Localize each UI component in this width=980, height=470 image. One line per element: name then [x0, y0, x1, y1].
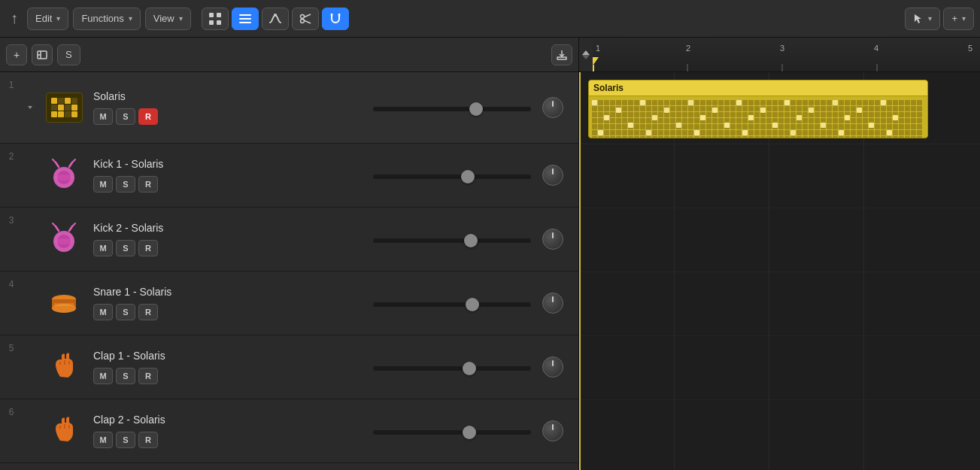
mute-button[interactable]: M [93, 304, 113, 320]
track-icon [38, 83, 90, 132]
track-controls: M S R [93, 240, 363, 256]
volume-slider[interactable] [373, 238, 531, 243]
svg-rect-64 [700, 115, 705, 120]
volume-slider[interactable] [373, 174, 531, 179]
solaris-pattern-block[interactable]: Solaris // We'll generate the pattern wi… [588, 80, 928, 138]
mute-button[interactable]: M [93, 432, 113, 448]
curve-button[interactable] [262, 8, 289, 30]
svg-rect-77 [694, 130, 699, 135]
record-button[interactable]: R [138, 368, 158, 384]
snap-button[interactable] [322, 8, 349, 30]
track-name: Solaris [93, 90, 363, 102]
pan-knob[interactable] [542, 293, 563, 314]
svg-rect-54 [833, 100, 838, 105]
track-expand-button[interactable] [23, 104, 38, 111]
svg-line-31 [72, 223, 75, 226]
track-secondary-toolbar: + S [0, 38, 578, 72]
track-row[interactable]: 5 Clap 1 - Solaris M S [0, 335, 578, 399]
mute-button[interactable]: M [93, 240, 113, 256]
svg-rect-5 [239, 18, 251, 20]
pan-knob[interactable] [542, 420, 563, 441]
svg-line-24 [72, 159, 75, 162]
svg-rect-2 [209, 20, 214, 25]
track-number: 2 [0, 144, 23, 162]
download-button[interactable] [551, 44, 572, 65]
edit-menu-button[interactable]: Edit ▾ [27, 8, 68, 30]
track-slider-area [366, 171, 539, 179]
solo-track-button[interactable]: S [116, 108, 135, 125]
track-row[interactable]: 2 Kick 1 - Solaris [0, 144, 578, 208]
track-row[interactable]: 3 Kick 2 - Solaris [0, 208, 578, 271]
track-slider-area [366, 104, 539, 111]
svg-rect-58 [712, 108, 718, 113]
svg-rect-0 [209, 13, 214, 17]
svg-rect-49 [592, 100, 597, 105]
svg-text:1: 1 [596, 44, 600, 53]
view-menu-button[interactable]: View ▾ [145, 8, 191, 30]
solo-track-button[interactable]: S [116, 304, 135, 320]
solo-track-button[interactable]: S [116, 368, 135, 384]
svg-line-22 [69, 162, 72, 167]
svg-point-25 [53, 174, 74, 180]
track-slider-area [366, 235, 539, 243]
record-button[interactable]: R [138, 432, 158, 448]
mute-button[interactable]: M [93, 176, 113, 193]
track-info: Clap 2 - Solaris M S R [90, 408, 366, 454]
track-row[interactable]: 1 Sola [0, 72, 578, 144]
pointer-tool-button[interactable]: ▾ [905, 8, 940, 30]
add-tool-button[interactable]: + ▾ [943, 8, 974, 30]
main-toolbar: ↑ Edit ▾ Functions ▾ View ▾ [0, 0, 980, 38]
record-button[interactable]: R [138, 304, 158, 320]
timeline-ruler[interactable]: 1 2 3 4 5 [593, 38, 980, 71]
volume-slider[interactable] [373, 302, 531, 307]
track-icon [38, 215, 90, 264]
svg-rect-17 [557, 57, 566, 59]
main-area: + S [0, 38, 980, 470]
svg-point-7 [274, 14, 277, 17]
functions-menu-button[interactable]: Functions ▾ [73, 8, 140, 30]
solo-track-button[interactable]: S [116, 432, 135, 448]
svg-rect-3 [217, 20, 221, 25]
track-row[interactable]: 4 Snare 1 - Solaris M [0, 271, 578, 335]
mute-button[interactable]: M [93, 108, 113, 125]
record-button[interactable]: R [138, 176, 158, 193]
pan-knob[interactable] [542, 97, 563, 118]
volume-slider[interactable] [373, 366, 531, 371]
pan-knob[interactable] [542, 229, 563, 250]
volume-slider[interactable] [373, 430, 531, 435]
back-button[interactable]: ↑ [6, 7, 23, 30]
track-info: Kick 1 - Solaris M S R [90, 152, 366, 199]
mute-button[interactable]: M [93, 368, 113, 384]
svg-point-8 [300, 14, 304, 18]
solo-track-button[interactable]: S [116, 176, 135, 193]
add-track-button[interactable]: + [6, 44, 27, 65]
track-icon [38, 151, 90, 200]
solo-track-button[interactable]: S [116, 240, 135, 256]
svg-rect-51 [688, 100, 693, 105]
svg-rect-1 [217, 13, 221, 17]
record-button[interactable]: R [138, 108, 158, 125]
add-chevron-icon: ▾ [962, 14, 966, 23]
svg-rect-57 [664, 108, 669, 113]
track-info: Kick 2 - Solaris M S R [90, 216, 366, 262]
pan-knob[interactable] [542, 165, 563, 186]
svg-line-29 [69, 226, 72, 231]
arrangement-area[interactable]: Solaris // We'll generate the pattern wi… [579, 72, 980, 470]
pointer-chevron-icon: ▾ [928, 14, 932, 23]
grid-view-button[interactable] [202, 8, 229, 30]
svg-rect-78 [742, 130, 748, 135]
list-view-button[interactable] [232, 8, 259, 30]
scissors-button[interactable] [292, 8, 319, 30]
track-number: 6 [0, 399, 23, 417]
svg-line-11 [304, 20, 311, 23]
track-info: Clap 1 - Solaris M S R [90, 344, 366, 390]
solo-button[interactable]: S [57, 44, 80, 65]
track-icon [38, 343, 90, 392]
pan-knob[interactable] [542, 356, 563, 378]
group-tracks-button[interactable] [32, 44, 53, 65]
record-button[interactable]: R [138, 240, 158, 256]
volume-slider[interactable] [373, 107, 531, 111]
svg-rect-52 [736, 100, 742, 105]
svg-point-32 [53, 238, 74, 244]
track-row[interactable]: 6 Clap 2 - Solaris M S R [0, 399, 578, 463]
